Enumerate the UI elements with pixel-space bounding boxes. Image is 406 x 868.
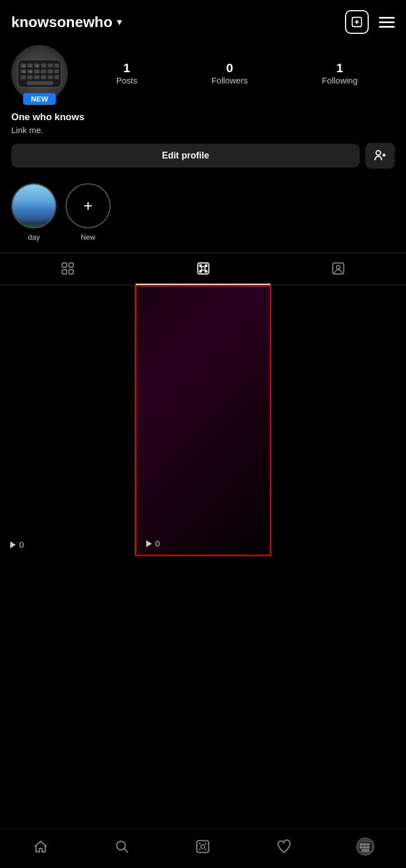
story-plus-icon: + — [84, 197, 93, 215]
story-label-new: New — [81, 233, 95, 241]
svg-rect-14 — [47, 69, 53, 73]
posts-count: 1 — [116, 61, 138, 76]
svg-rect-34 — [62, 270, 67, 274]
home-icon — [33, 839, 49, 854]
svg-rect-58 — [360, 847, 362, 848]
nav-reels-button[interactable] — [189, 835, 217, 858]
following-count: 1 — [322, 61, 357, 76]
svg-rect-15 — [54, 69, 59, 73]
story-item-day[interactable]: day — [11, 183, 56, 241]
hamburger-menu-button[interactable] — [379, 17, 395, 28]
reels-icon — [196, 261, 211, 276]
profile-top: H J K N M < NEW 1 Posts 0 Followers — [11, 45, 395, 102]
nav-heart-button[interactable] — [270, 835, 298, 858]
grid-icon — [60, 261, 75, 276]
content-cell-right[interactable] — [271, 285, 406, 556]
svg-point-40 — [199, 270, 201, 272]
bottom-nav — [0, 828, 406, 868]
new-badge: NEW — [23, 93, 56, 105]
story-item-new[interactable]: + New — [66, 183, 111, 241]
avatar-wrap: H J K N M < NEW — [11, 45, 68, 102]
story-sky-image — [12, 184, 55, 227]
profile-bio: Link me. — [11, 125, 395, 135]
svg-point-53 — [205, 849, 207, 851]
create-button[interactable] — [345, 10, 369, 34]
tabs — [0, 253, 406, 285]
svg-rect-7 — [41, 63, 46, 67]
followers-label: Followers — [211, 76, 247, 85]
svg-point-49 — [201, 845, 205, 849]
center-play-count: 0 — [155, 539, 160, 548]
play-icon-left — [8, 540, 17, 549]
svg-point-41 — [205, 270, 207, 272]
tagged-icon — [331, 261, 346, 276]
svg-point-38 — [199, 265, 201, 267]
svg-rect-13 — [41, 69, 46, 73]
svg-rect-48 — [197, 841, 209, 853]
reels-nav-icon — [195, 839, 211, 854]
svg-point-37 — [201, 267, 205, 271]
svg-rect-22 — [27, 81, 53, 85]
search-icon — [114, 839, 130, 854]
header-left: knowsonewho ▾ — [11, 14, 122, 31]
svg-line-47 — [124, 849, 128, 852]
stats-row: 1 Posts 0 Followers 1 Following — [79, 61, 395, 86]
content-cell-left[interactable]: 0 — [0, 285, 135, 556]
svg-rect-32 — [62, 263, 67, 267]
tab-grid[interactable] — [0, 253, 136, 285]
svg-rect-36 — [198, 263, 209, 274]
nav-profile-button[interactable] — [351, 835, 379, 858]
action-buttons: Edit profile — [11, 143, 395, 169]
story-label-day: day — [28, 233, 40, 241]
profile-name: One who knows — [11, 112, 395, 123]
add-person-icon — [373, 149, 387, 162]
svg-point-39 — [205, 265, 207, 267]
header-right — [345, 10, 395, 34]
nav-search-button[interactable] — [108, 835, 136, 858]
svg-point-43 — [337, 266, 340, 270]
menu-line-3 — [379, 26, 395, 28]
add-person-button[interactable] — [365, 143, 395, 169]
svg-rect-60 — [367, 847, 369, 848]
svg-marker-44 — [10, 541, 16, 548]
svg-point-29 — [376, 151, 381, 155]
username-text[interactable]: knowsonewho — [11, 14, 112, 31]
content-cell-center[interactable]: 0 — [135, 285, 272, 556]
avatar-image: H J K N M < — [12, 46, 67, 100]
svg-point-46 — [116, 841, 125, 850]
center-play-info: 0 — [144, 539, 160, 548]
following-label: Following — [322, 76, 357, 85]
svg-marker-45 — [146, 540, 152, 547]
chevron-down-icon[interactable]: ▾ — [117, 16, 122, 28]
svg-text:J: J — [30, 64, 31, 67]
svg-rect-8 — [47, 63, 53, 67]
svg-rect-9 — [54, 63, 59, 67]
svg-rect-17 — [27, 75, 33, 79]
plus-square-icon — [351, 16, 363, 28]
menu-line-2 — [379, 21, 395, 23]
svg-rect-35 — [69, 270, 73, 274]
posts-label: Posts — [116, 76, 138, 85]
svg-rect-59 — [364, 847, 366, 848]
svg-rect-61 — [362, 849, 369, 851]
nav-avatar — [356, 838, 374, 856]
left-play-info: 0 — [8, 540, 24, 549]
svg-rect-16 — [20, 75, 26, 79]
stories-row: day + New — [0, 178, 406, 253]
following-stat[interactable]: 1 Following — [322, 61, 357, 86]
followers-stat[interactable]: 0 Followers — [211, 61, 247, 86]
svg-rect-57 — [367, 844, 369, 845]
tab-reels[interactable] — [136, 253, 271, 285]
svg-point-50 — [199, 843, 201, 844]
story-new-circle[interactable]: + — [66, 183, 111, 228]
edit-profile-button[interactable]: Edit profile — [11, 144, 360, 168]
left-play-count: 0 — [19, 540, 24, 549]
posts-stat[interactable]: 1 Posts — [116, 61, 138, 86]
header: knowsonewho ▾ — [0, 0, 406, 39]
svg-rect-33 — [69, 263, 73, 267]
nav-home-button[interactable] — [27, 835, 55, 858]
svg-rect-19 — [41, 75, 46, 79]
keyboard-image-icon: H J K N M < — [17, 58, 62, 89]
followers-count: 0 — [211, 61, 247, 76]
tab-tagged[interactable] — [270, 253, 406, 285]
